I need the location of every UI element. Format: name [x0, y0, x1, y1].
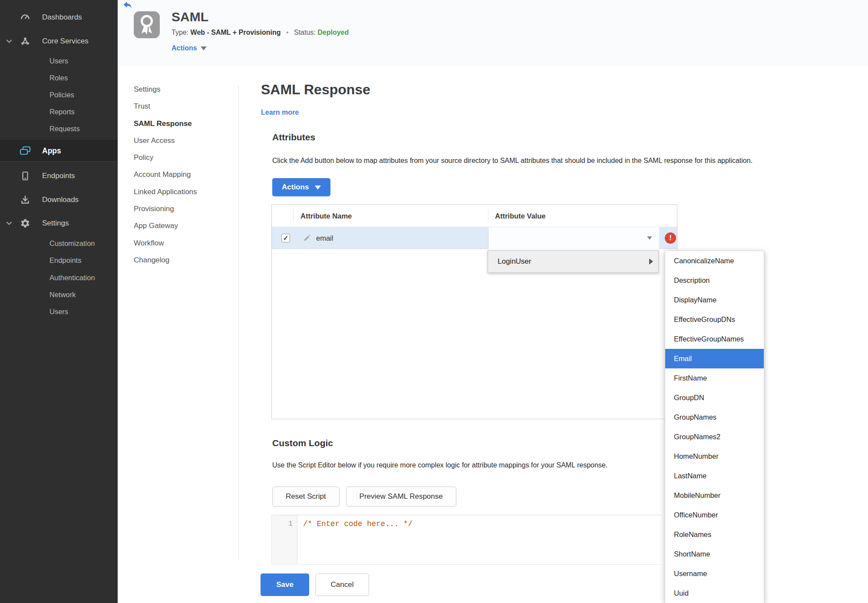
sidebar-item-settings[interactable]: Settings: [0, 215, 118, 231]
submenu-item[interactable]: LastName: [665, 466, 764, 486]
submenu-item[interactable]: EffectiveGroupNames: [665, 329, 764, 349]
chevron-down-icon: [315, 186, 321, 189]
attributes-description: Click the Add button below to map attrib…: [272, 157, 752, 165]
submenu-item[interactable]: CanonicalizeName: [665, 251, 764, 271]
section-title: SAML Response: [261, 82, 370, 98]
editor-gutter: 1: [272, 515, 297, 564]
submenu-item[interactable]: DisplayName: [665, 290, 764, 310]
sidebar-item-reports[interactable]: Reports: [0, 105, 118, 119]
submenu-item[interactable]: MobileNumber: [665, 486, 764, 505]
attributes-actions-button[interactable]: Actions: [272, 178, 330, 196]
submenu-item[interactable]: Email: [665, 349, 764, 368]
sidebar-item-authentication[interactable]: Authentication: [0, 271, 118, 285]
submenu-item[interactable]: RoleNames: [665, 525, 764, 544]
subnav-item[interactable]: App Gateway: [134, 217, 229, 234]
sidebar-item-endpoints[interactable]: Endpoints: [0, 168, 118, 184]
sidebar-item-downloads[interactable]: Downloads: [0, 192, 118, 208]
back-arrow-icon[interactable]: [123, 1, 132, 10]
sidebar-item-customization[interactable]: Customization: [0, 237, 118, 250]
type-label: Type:: [172, 29, 188, 36]
sidebar-item-dashboards[interactable]: Dashboards: [0, 10, 118, 25]
core-services-icon: [20, 36, 30, 46]
submenu-item[interactable]: HomeNumber: [665, 447, 764, 466]
table-row[interactable]: ✓ email !: [272, 227, 677, 249]
submenu-item[interactable]: GroupNames: [665, 408, 764, 427]
status-badge: Deployed: [317, 29, 349, 36]
script-buttons: Reset Script Preview SAML Response: [272, 487, 456, 507]
chevron-down-icon: [201, 46, 207, 50]
app-subnav: Settings Trust SAML Response User Access…: [134, 81, 229, 268]
attribute-value-dropdown[interactable]: [488, 227, 659, 249]
chevron-down-icon: [6, 220, 13, 227]
script-editor[interactable]: 1 /* Enter code here... */: [271, 515, 662, 565]
sidebar-item-users-settings[interactable]: Users: [0, 305, 118, 318]
error-icon: !: [665, 232, 676, 244]
attributes-table: Attribute Name Attribute Value ✓ email !: [271, 204, 677, 419]
sidebar-item-endpoints-settings[interactable]: Endpoints: [0, 254, 118, 267]
sidebar-item-roles[interactable]: Roles: [0, 71, 118, 85]
header-actions-menu[interactable]: Actions: [172, 44, 207, 52]
submenu-item[interactable]: OfficeNumber: [665, 505, 764, 525]
submenu-item[interactable]: ShortName: [665, 544, 764, 564]
subnav-item[interactable]: User Access: [134, 132, 229, 149]
sidebar-item-core-services[interactable]: Core Services: [0, 33, 118, 49]
subnav-divider: [238, 85, 239, 558]
subnav-item[interactable]: Settings: [134, 81, 229, 98]
apps-icon: [19, 145, 31, 156]
sidebar: Dashboards Core Services Users Roles Pol…: [0, 0, 118, 603]
submenu-item[interactable]: Description: [665, 271, 764, 290]
table-header: Attribute Name Attribute Value: [272, 205, 677, 227]
subnav-item[interactable]: Account Mapping: [134, 166, 229, 183]
submenu-item[interactable]: Uuid: [665, 583, 764, 603]
subnav-item[interactable]: Trust: [134, 98, 229, 115]
chevron-down-icon: [6, 38, 13, 45]
custom-logic-heading: Custom Logic: [272, 438, 333, 448]
line-number: 1: [288, 520, 293, 528]
device-icon: [20, 171, 30, 181]
subnav-item[interactable]: Workflow: [134, 235, 229, 252]
chevron-down-icon: [647, 236, 652, 240]
status-label: Status:: [294, 29, 316, 36]
page-title: SAML: [172, 10, 208, 24]
sidebar-item-network[interactable]: Network: [0, 288, 118, 302]
gear-icon: [20, 218, 30, 229]
download-icon: [20, 195, 30, 205]
row-checkbox[interactable]: ✓: [281, 234, 290, 242]
submenu-item[interactable]: Username: [665, 564, 764, 583]
submenu-item[interactable]: GroupNames2: [665, 427, 764, 447]
submenu-item[interactable]: FirstName: [665, 368, 764, 388]
dropdown-loginuser[interactable]: LoginUser: [488, 250, 659, 273]
gauge-icon: [20, 12, 30, 23]
app-meta: Type: Web - SAML + Provisioning • Status…: [172, 29, 349, 36]
preview-saml-response-button[interactable]: Preview SAML Response: [346, 487, 456, 507]
save-button[interactable]: Save: [261, 573, 309, 596]
loginuser-submenu: CanonicalizeName Description DisplayName…: [665, 251, 764, 603]
submenu-item[interactable]: EffectiveGroupDNs: [665, 310, 764, 329]
attributes-heading: Attributes: [272, 132, 315, 142]
sidebar-item-apps[interactable]: Apps: [0, 140, 118, 162]
chevron-right-icon: [649, 258, 653, 265]
attribute-name-cell: email: [316, 227, 333, 249]
subnav-item[interactable]: Provisioning: [134, 200, 229, 217]
column-header-attribute-value: Attribute Value: [495, 205, 545, 227]
learn-more-link[interactable]: Learn more: [261, 109, 299, 116]
cancel-button[interactable]: Cancel: [315, 573, 369, 596]
subnav-item[interactable]: Linked Applications: [134, 183, 229, 200]
subnav-item[interactable]: Changelog: [134, 252, 229, 268]
saml-app-icon: [134, 11, 160, 38]
custom-logic-description: Use the Script Editor below if you requi…: [272, 461, 607, 469]
column-header-attribute-name: Attribute Name: [300, 205, 352, 227]
sidebar-item-users[interactable]: Users: [0, 54, 118, 68]
reset-script-button[interactable]: Reset Script: [272, 487, 340, 507]
pencil-icon[interactable]: [303, 234, 311, 242]
sidebar-item-requests[interactable]: Requests: [0, 122, 118, 136]
separator-dot: •: [286, 29, 289, 36]
subnav-item[interactable]: SAML Response: [134, 115, 229, 132]
editor-code[interactable]: /* Enter code here... */: [303, 520, 413, 528]
type-value: Web - SAML + Provisioning: [191, 29, 281, 36]
subnav-item[interactable]: Policy: [134, 149, 229, 166]
submenu-item[interactable]: GroupDN: [665, 388, 764, 408]
sidebar-item-policies[interactable]: Policies: [0, 88, 118, 102]
